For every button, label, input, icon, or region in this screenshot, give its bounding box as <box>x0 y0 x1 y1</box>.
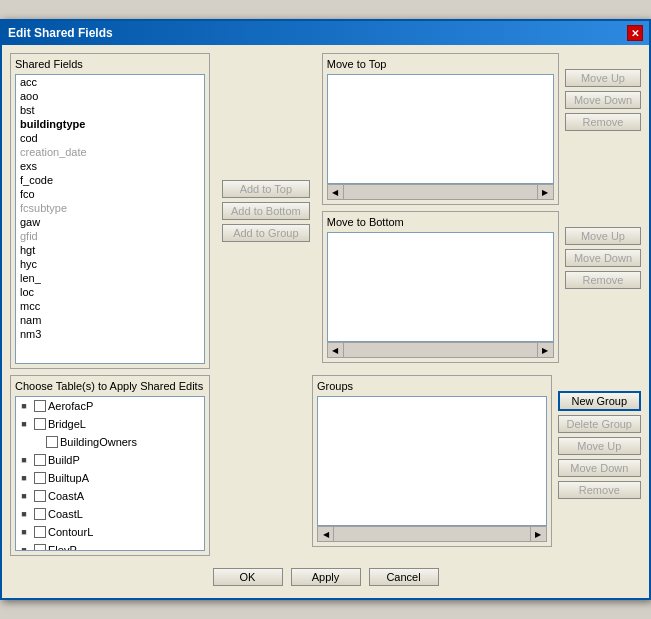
move-to-bottom-remove-button[interactable]: Remove <box>565 271 641 289</box>
list-item[interactable]: fcsubtype <box>16 201 204 215</box>
ok-button[interactable]: OK <box>213 568 283 586</box>
move-to-bottom-move-up-button[interactable]: Move Up <box>565 227 641 245</box>
hscroll-left-icon[interactable]: ◀ <box>328 343 344 357</box>
tree-item[interactable]: ■ ContourL <box>16 523 204 541</box>
add-to-group-button[interactable]: Add to Group <box>222 224 310 242</box>
list-item[interactable]: f_code <box>16 173 204 187</box>
move-to-bottom-panel: Move to Bottom ◀ ▶ <box>322 211 559 363</box>
list-item[interactable]: fco <box>16 187 204 201</box>
expand-icon[interactable]: ■ <box>16 452 32 468</box>
tree-item[interactable]: ■ BridgeL <box>16 415 204 433</box>
apply-button[interactable]: Apply <box>291 568 361 586</box>
checkbox-icon[interactable] <box>46 436 58 448</box>
checkbox-icon[interactable] <box>34 454 46 466</box>
move-to-top-move-down-button[interactable]: Move Down <box>565 91 641 109</box>
expand-icon[interactable]: ■ <box>16 416 32 432</box>
expand-icon[interactable]: ■ <box>16 506 32 522</box>
expand-icon[interactable]: ■ <box>16 524 32 540</box>
groups-row: Groups ◀ ▶ New Group Delete Group Move U… <box>312 375 641 556</box>
tree-item[interactable]: ■ CoastA <box>16 487 204 505</box>
dialog-body: Shared Fields acc aoo bst buildingtype c… <box>2 45 649 598</box>
list-item[interactable]: loc <box>16 285 204 299</box>
groups-move-down-button[interactable]: Move Down <box>558 459 641 477</box>
top-section: Shared Fields acc aoo bst buildingtype c… <box>10 53 641 369</box>
groups-panel: Groups ◀ ▶ <box>312 375 552 547</box>
choose-tables-panel: Choose Table(s) to Apply Shared Edits ■ … <box>10 375 210 556</box>
move-to-top-listbox[interactable] <box>327 74 554 184</box>
close-button[interactable]: ✕ <box>627 25 643 41</box>
hscroll-left-icon[interactable]: ◀ <box>318 527 334 541</box>
add-to-bottom-button[interactable]: Add to Bottom <box>222 202 310 220</box>
list-item[interactable]: exs <box>16 159 204 173</box>
right-panels: Move to Top ◀ ▶ Move Up Move Down Remove <box>322 53 641 369</box>
move-to-bottom-side-buttons: Move Up Move Down Remove <box>565 211 641 289</box>
move-to-top-remove-button[interactable]: Remove <box>565 113 641 131</box>
expand-icon[interactable]: ■ <box>16 470 32 486</box>
list-item[interactable]: creation_date <box>16 145 204 159</box>
groups-move-up-button[interactable]: Move Up <box>558 437 641 455</box>
tree-item[interactable]: ■ BuildP <box>16 451 204 469</box>
groups-hscroll[interactable]: ◀ ▶ <box>317 526 547 542</box>
checkbox-icon[interactable] <box>34 526 46 538</box>
list-item[interactable]: bst <box>16 103 204 117</box>
tree-item[interactable]: ■ AerofacP <box>16 397 204 415</box>
move-to-top-title: Move to Top <box>327 58 554 70</box>
checkbox-icon[interactable] <box>34 490 46 502</box>
spacer <box>216 375 306 556</box>
tree-label: ContourL <box>48 526 93 538</box>
cancel-button[interactable]: Cancel <box>369 568 439 586</box>
list-item[interactable]: nam <box>16 313 204 327</box>
move-to-top-row: Move to Top ◀ ▶ Move Up Move Down Remove <box>322 53 641 205</box>
move-to-bottom-row: Move to Bottom ◀ ▶ Move Up Move Down Rem… <box>322 211 641 363</box>
move-to-bottom-hscroll[interactable]: ◀ ▶ <box>327 342 554 358</box>
shared-fields-listbox[interactable]: acc aoo bst buildingtype cod creation_da… <box>15 74 205 364</box>
list-item[interactable]: len_ <box>16 271 204 285</box>
shared-fields-panel: Shared Fields acc aoo bst buildingtype c… <box>10 53 210 369</box>
add-to-top-button[interactable]: Add to Top <box>222 180 310 198</box>
list-item[interactable]: buildingtype <box>16 117 204 131</box>
expand-icon[interactable]: ■ <box>16 488 32 504</box>
list-item[interactable]: acc <box>16 75 204 89</box>
choose-tables-title: Choose Table(s) to Apply Shared Edits <box>15 380 205 392</box>
checkbox-icon[interactable] <box>34 418 46 430</box>
expand-icon[interactable]: ■ <box>16 398 32 414</box>
move-to-bottom-move-down-button[interactable]: Move Down <box>565 249 641 267</box>
list-item[interactable]: mcc <box>16 299 204 313</box>
list-item[interactable]: cod <box>16 131 204 145</box>
tree-label: BuiltupA <box>48 472 89 484</box>
hscroll-right-icon[interactable]: ▶ <box>537 185 553 199</box>
move-to-bottom-listbox[interactable] <box>327 232 554 342</box>
groups-remove-button[interactable]: Remove <box>558 481 641 499</box>
list-item[interactable]: gfid <box>16 229 204 243</box>
tree-label: CoastL <box>48 508 83 520</box>
expand-icon[interactable]: ■ <box>16 542 32 551</box>
choose-tables-listbox[interactable]: ■ AerofacP ■ BridgeL BuildingOwners <box>15 396 205 551</box>
hscroll-left-icon[interactable]: ◀ <box>328 185 344 199</box>
edit-shared-fields-dialog: Edit Shared Fields ✕ Shared Fields acc a… <box>0 19 651 600</box>
checkbox-icon[interactable] <box>34 508 46 520</box>
tree-item[interactable]: ■ BuiltupA <box>16 469 204 487</box>
tree-label: ElevP <box>48 544 77 551</box>
list-item[interactable]: nm3 <box>16 327 204 341</box>
hscroll-right-icon[interactable]: ▶ <box>530 527 546 541</box>
tree-item[interactable]: ■ ElevP <box>16 541 204 551</box>
delete-group-button[interactable]: Delete Group <box>558 415 641 433</box>
list-item[interactable]: gaw <box>16 215 204 229</box>
list-item[interactable]: hyc <box>16 257 204 271</box>
tree-item[interactable]: BuildingOwners <box>16 433 204 451</box>
move-to-top-hscroll[interactable]: ◀ ▶ <box>327 184 554 200</box>
groups-title: Groups <box>317 380 547 392</box>
list-item[interactable]: aoo <box>16 89 204 103</box>
move-to-top-move-up-button[interactable]: Move Up <box>565 69 641 87</box>
new-group-button[interactable]: New Group <box>558 391 641 411</box>
hscroll-right-icon[interactable]: ▶ <box>537 343 553 357</box>
move-to-bottom-title: Move to Bottom <box>327 216 554 228</box>
tree-item[interactable]: ■ CoastL <box>16 505 204 523</box>
bottom-section: Choose Table(s) to Apply Shared Edits ■ … <box>10 375 641 556</box>
tree-label: AerofacP <box>48 400 93 412</box>
checkbox-icon[interactable] <box>34 544 46 551</box>
checkbox-icon[interactable] <box>34 472 46 484</box>
list-item[interactable]: hgt <box>16 243 204 257</box>
groups-listbox[interactable] <box>317 396 547 526</box>
checkbox-icon[interactable] <box>34 400 46 412</box>
